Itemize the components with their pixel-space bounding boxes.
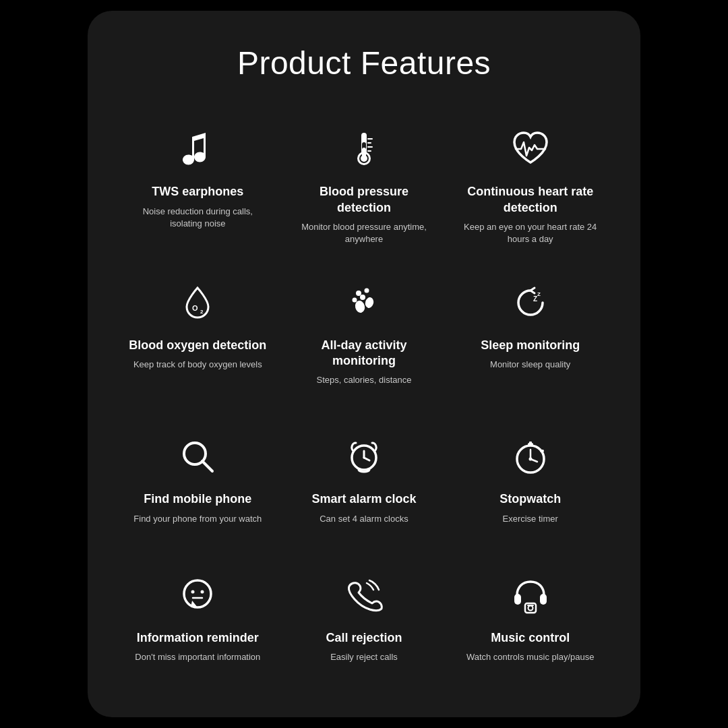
feature-info-reminder-title: Information reminder xyxy=(137,630,259,646)
feature-music-control-title: Music control xyxy=(491,630,570,646)
feature-find-phone-desc: Find your phone from your watch xyxy=(133,513,262,525)
svg-rect-37 xyxy=(540,594,547,605)
heart-rate-icon xyxy=(506,125,555,173)
feature-heart-rate-desc: Keep an eye on your heart rate 24 hours … xyxy=(459,221,601,245)
feature-activity: All-day activity monitoring Steps, calor… xyxy=(281,262,448,403)
music-player-icon xyxy=(506,571,555,619)
sleep-icon: Z Z xyxy=(506,278,555,327)
svg-point-31 xyxy=(528,458,532,461)
feature-music-control-desc: Watch controls music play/pause xyxy=(466,651,595,663)
svg-point-5 xyxy=(361,155,367,162)
chat-svg xyxy=(177,575,218,615)
feature-sleep: Z Z Sleep monitoring Monitor sleep quali… xyxy=(447,262,613,403)
feature-info-reminder: Information reminder Don't miss importan… xyxy=(115,555,281,680)
svg-point-34 xyxy=(201,590,204,594)
feature-sleep-desc: Monitor sleep quality xyxy=(490,359,570,371)
svg-rect-40 xyxy=(527,605,534,606)
svg-point-12 xyxy=(356,291,361,296)
feature-blood-oxygen-desc: Keep track of body oxygen levels xyxy=(133,359,262,371)
sleep-svg: Z Z xyxy=(510,282,551,323)
search-svg xyxy=(177,436,218,477)
footprint-icon xyxy=(340,278,388,327)
feature-activity-desc: Steps, calories, distance xyxy=(317,374,412,386)
svg-rect-28 xyxy=(540,450,544,452)
svg-rect-8 xyxy=(367,146,373,148)
svg-point-15 xyxy=(360,295,365,300)
feature-call-rejection-title: Call rejection xyxy=(326,630,402,646)
features-grid: TWS earphones Noise reduction during cal… xyxy=(115,109,613,679)
svg-point-13 xyxy=(364,288,369,293)
row-gap-1 xyxy=(115,402,613,416)
svg-point-39 xyxy=(528,606,533,611)
feature-find-phone-title: Find mobile phone xyxy=(144,491,251,507)
feature-call-rejection: Call rejection Easily reject calls xyxy=(281,555,448,680)
svg-text:2: 2 xyxy=(200,309,204,315)
svg-point-33 xyxy=(191,590,195,594)
feature-heart-rate: Continuous heart rate detection Keep an … xyxy=(447,109,613,262)
svg-rect-36 xyxy=(514,594,521,605)
heart-rate-svg xyxy=(510,129,551,169)
svg-text:O: O xyxy=(192,304,198,312)
svg-rect-6 xyxy=(367,138,373,140)
svg-point-32 xyxy=(184,580,211,607)
svg-point-17 xyxy=(364,296,375,309)
feature-sleep-title: Sleep monitoring xyxy=(481,338,580,353)
feature-blood-oxygen-title: Blood oxygen detection xyxy=(129,338,266,353)
feature-tws-earphones-desc: Noise reduction during calls, isolating … xyxy=(127,206,269,230)
music-note-svg xyxy=(177,129,218,169)
blood-oxygen-svg: O 2 xyxy=(177,282,218,323)
feature-find-phone: Find mobile phone Find your phone from y… xyxy=(115,416,281,541)
feature-tws-earphones: TWS earphones Noise reduction during cal… xyxy=(115,109,281,262)
music-player-svg xyxy=(510,575,551,615)
thermometer-icon xyxy=(340,125,388,173)
feature-alarm-desc: Can set 4 alarm clocks xyxy=(320,513,408,525)
feature-blood-pressure: Blood pressure detection Monitor blood p… xyxy=(281,109,448,262)
alarm-icon xyxy=(340,432,388,481)
stopwatch-icon xyxy=(506,432,555,481)
feature-stopwatch-title: Stopwatch xyxy=(499,491,561,507)
svg-text:Z: Z xyxy=(537,291,541,297)
feature-heart-rate-title: Continuous heart rate detection xyxy=(459,184,601,216)
svg-line-24 xyxy=(364,458,369,460)
feature-activity-title: All-day activity monitoring xyxy=(293,338,435,369)
phone-svg xyxy=(344,575,384,615)
feature-alarm-title: Smart alarm clock xyxy=(311,491,416,507)
feature-stopwatch: Stopwatch Exercise timer xyxy=(447,416,613,541)
feature-blood-oxygen: O 2 Blood oxygen detection Keep track of… xyxy=(115,262,281,403)
feature-blood-pressure-title: Blood pressure detection xyxy=(293,184,435,216)
feature-blood-pressure-desc: Monitor blood pressure anytime, anywhere xyxy=(293,221,435,245)
phone-icon xyxy=(340,571,388,619)
blood-oxygen-icon: O 2 xyxy=(173,278,222,327)
feature-call-rejection-desc: Easily reject calls xyxy=(330,651,398,663)
svg-rect-27 xyxy=(529,442,532,444)
feature-tws-earphones-title: TWS earphones xyxy=(152,184,243,200)
product-features-card: Product Features TWS earphones Noise red… xyxy=(88,11,640,717)
svg-point-14 xyxy=(352,297,357,302)
music-note-icon xyxy=(173,125,222,173)
svg-rect-9 xyxy=(367,150,371,152)
feature-stopwatch-desc: Exercise timer xyxy=(502,513,557,525)
svg-rect-7 xyxy=(367,142,371,144)
feature-alarm: Smart alarm clock Can set 4 alarm clocks xyxy=(281,416,448,541)
thermometer-svg xyxy=(344,129,384,169)
row-gap-2 xyxy=(115,541,613,555)
footprint-svg xyxy=(344,282,384,323)
chat-icon xyxy=(173,571,222,619)
alarm-svg xyxy=(344,436,384,477)
feature-info-reminder-desc: Don't miss important information xyxy=(135,651,260,663)
svg-line-21 xyxy=(202,461,212,471)
page-title: Product Features xyxy=(115,44,613,82)
feature-music-control: Music control Watch controls music play/… xyxy=(447,555,613,680)
stopwatch-svg xyxy=(510,436,551,477)
search-icon xyxy=(173,432,222,481)
